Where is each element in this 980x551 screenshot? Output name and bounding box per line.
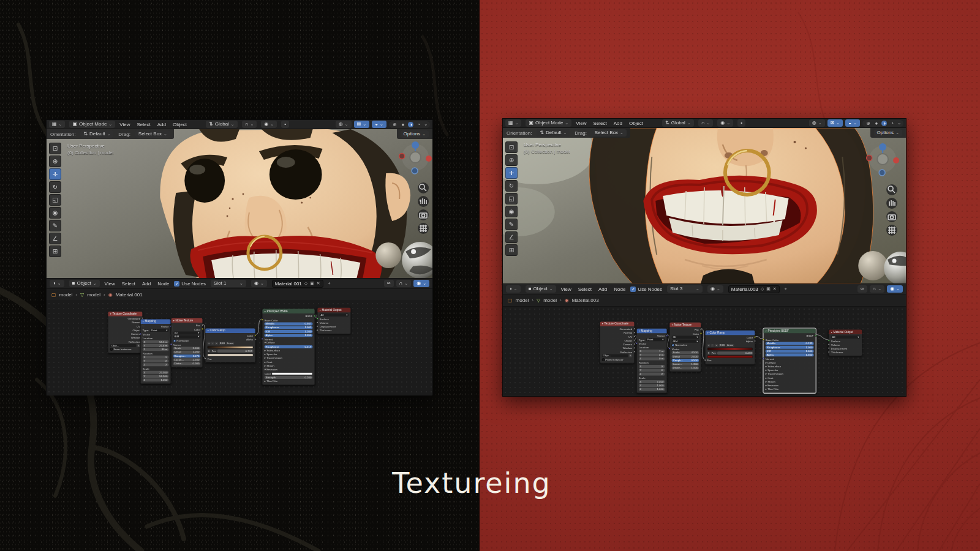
shading-mode-2[interactable]: ◑ [881, 121, 887, 126]
tool-move[interactable]: ✛ [49, 168, 61, 180]
shading-mode-0[interactable]: ⊕ [391, 122, 398, 127]
node-color-ramp[interactable]: ▾Color RampColorAlpha+−⌄RGBLinear0Pos0.7… [205, 328, 255, 362]
unlink-material-button[interactable]: ✕ [773, 287, 777, 291]
menu-node[interactable]: Node [157, 281, 169, 287]
tool-select-box[interactable]: ⊡ [505, 141, 518, 153]
overlays-toggle[interactable]: ◍⌄ [336, 121, 352, 128]
node-noise-texture[interactable]: ▾Noise TextureFacColor3D▾fBM▾✓NormalizeV… [171, 318, 203, 367]
viewport-3d[interactable]: Orientation: ⇅Default⌄ Drag: Select Box⌄… [503, 128, 906, 283]
falloff-button[interactable]: • [281, 121, 289, 128]
shading-mode-3[interactable]: ◔ [889, 121, 895, 126]
material-name-field[interactable]: Material.003 ◇ ▣ ✕ [728, 285, 780, 293]
snap-button[interactable]: ∩⌄ [242, 121, 257, 128]
shading-mode-group[interactable]: ⊕●◑◔⌄ [862, 120, 903, 127]
menu-select[interactable]: Select [137, 122, 150, 127]
menu-object[interactable]: Object [173, 122, 187, 127]
use-nodes-checkbox[interactable]: ✓Use Nodes [174, 281, 206, 287]
fake-user-button[interactable]: ◇ [304, 281, 307, 286]
snap-node-button[interactable]: ∞ [858, 285, 867, 293]
material-name-field[interactable]: Material.001 ◇ ▣ ✕ [272, 280, 323, 288]
menu-add[interactable]: Add [157, 122, 166, 127]
menu-add[interactable]: Add [598, 287, 607, 292]
tool-cursor[interactable]: ⊕ [49, 156, 61, 167]
node-snapping-dropdown[interactable]: ∩⌄ [870, 285, 885, 293]
options-dropdown[interactable]: Options⌄ [874, 129, 902, 137]
slot-dropdown[interactable]: Slot 1⌄ [211, 280, 246, 287]
tool-select-box[interactable]: ⊡ [49, 143, 61, 154]
menu-view[interactable]: View [105, 281, 115, 287]
menu-view[interactable]: View [576, 121, 586, 126]
shading-mode-1[interactable]: ● [874, 121, 880, 126]
node-snapping-dropdown[interactable]: ∩⌄ [396, 280, 412, 287]
proportional-edit-button[interactable]: ◉⌄ [261, 121, 277, 128]
node-canvas[interactable]: ▾Texture CoordinateGeneratedNormalUVObje… [503, 307, 906, 395]
mode-selector[interactable]: ▣Object Mode⌄ [526, 119, 571, 127]
shading-mode-0[interactable]: ⊕ [865, 121, 872, 126]
tool-add-cube[interactable]: ⊞ [505, 244, 518, 256]
node-texture-coordinate[interactable]: ▾Texture CoordinateGeneratedNormalUVObje… [600, 321, 635, 364]
overlays-toggle[interactable]: ◍⌄ [809, 119, 825, 127]
tool-scale[interactable]: ◱ [49, 194, 61, 206]
tool-rotate[interactable]: ↻ [49, 181, 61, 193]
proportional-edit-button[interactable]: ◉⌄ [717, 119, 733, 127]
tool-measure[interactable]: ∠ [505, 231, 518, 243]
mode-selector[interactable]: ▣Object Mode⌄ [69, 121, 115, 128]
shading-dropdown[interactable]: ◒⌄ [372, 121, 386, 128]
node-principled-bsdf[interactable]: ▾Principled BSDFBSDFBase ColorMetallic0.… [262, 309, 315, 385]
options-dropdown[interactable]: Options⌄ [401, 130, 429, 138]
tool-cursor[interactable]: ⊕ [505, 154, 518, 166]
unlink-material-button[interactable]: ✕ [317, 281, 320, 286]
copy-material-button[interactable]: ▣ [766, 287, 771, 291]
falloff-button[interactable]: • [737, 119, 745, 127]
node-color-ramp[interactable]: ▾Color RampColorAlpha+−⌄RGBLinear5Pos0.4… [705, 330, 755, 364]
tool-scale[interactable]: ◱ [505, 193, 518, 204]
shading-dropdown[interactable]: ◒⌄ [845, 119, 860, 127]
tool-annotate[interactable]: ✎ [505, 219, 518, 230]
tool-add-cube[interactable]: ⊞ [49, 246, 61, 257]
tool-transform[interactable]: ◉ [505, 206, 518, 217]
orientation-dropdown[interactable]: ⇅Default⌄ [537, 129, 570, 137]
menu-node[interactable]: Node [614, 287, 625, 292]
editor-type-button[interactable]: ▦⌄ [505, 119, 521, 127]
menu-select[interactable]: Select [593, 121, 606, 126]
shading-mode-group[interactable]: ⊕●◑◔⌄ [389, 121, 430, 128]
xray-toggle[interactable]: ⊠⌄ [354, 121, 370, 128]
drag-dropdown[interactable]: Select Box⌄ [592, 129, 627, 137]
node-overlay-dropdown[interactable]: ◉⌄ [413, 280, 429, 287]
viewport-3d[interactable]: Orientation: ⇅Default⌄ Drag: Select Box⌄… [47, 129, 432, 278]
pin-icon[interactable]: ⌖ [785, 287, 787, 291]
menu-object[interactable]: Object [629, 121, 643, 126]
shader-type-dropdown[interactable]: ■Object⌄ [526, 285, 556, 293]
shader-editor-type-button[interactable]: ◑⌄ [50, 280, 64, 287]
shading-mode-1[interactable]: ● [401, 122, 406, 127]
node-material-output[interactable]: ▾Material OutputAll▾SurfaceVolumeDisplac… [829, 329, 862, 356]
transform-orientation[interactable]: ⇅Global⌄ [206, 121, 238, 128]
shader-editor-type-button[interactable]: ◑⌄ [506, 285, 521, 293]
menu-add[interactable]: Add [142, 281, 151, 287]
transform-orientation[interactable]: ⇅Global⌄ [662, 119, 694, 127]
snap-node-button[interactable]: ∞ [384, 280, 394, 287]
drag-dropdown[interactable]: Select Box⌄ [135, 130, 170, 138]
fake-user-button[interactable]: ◇ [761, 287, 764, 291]
tool-move[interactable]: ✛ [505, 167, 518, 179]
tool-transform[interactable]: ◉ [49, 207, 61, 219]
shader-type-dropdown[interactable]: ■Object⌄ [69, 280, 100, 287]
node-mapping[interactable]: ▾MappingVectorType:Point▾VectorLocationX… [140, 319, 171, 384]
tool-measure[interactable]: ∠ [49, 233, 61, 244]
node-texture-coordinate[interactable]: ▾Texture CoordinateGeneratedNormalUVObje… [108, 311, 143, 353]
orientation-dropdown[interactable]: ⇅Default⌄ [80, 130, 113, 138]
snap-button[interactable]: ∩⌄ [698, 119, 714, 127]
material-browse-button[interactable]: ◉⌄ [251, 280, 267, 287]
pin-icon[interactable]: ⌖ [328, 281, 331, 286]
node-material-output[interactable]: ▾Material OutputAll▾SurfaceVolumeDisplac… [317, 307, 351, 334]
menu-add[interactable]: Add [614, 121, 622, 126]
shading-mode-2[interactable]: ◑ [408, 122, 413, 127]
node-principled-bsdf[interactable]: ▾Principled BSDFBSDFBase ColorMetallic0.… [763, 328, 816, 393]
editor-type-button[interactable]: ▦⌄ [49, 121, 65, 128]
menu-view[interactable]: View [561, 287, 571, 292]
tool-rotate[interactable]: ↻ [505, 180, 518, 192]
menu-select[interactable]: Select [122, 281, 135, 287]
node-noise-texture[interactable]: ▾Noise TextureFacColor3D▾fBM▾✓NormalizeV… [669, 322, 701, 372]
xray-toggle[interactable]: ⊠⌄ [827, 119, 843, 127]
shading-mode-3[interactable]: ◔ [416, 122, 421, 127]
